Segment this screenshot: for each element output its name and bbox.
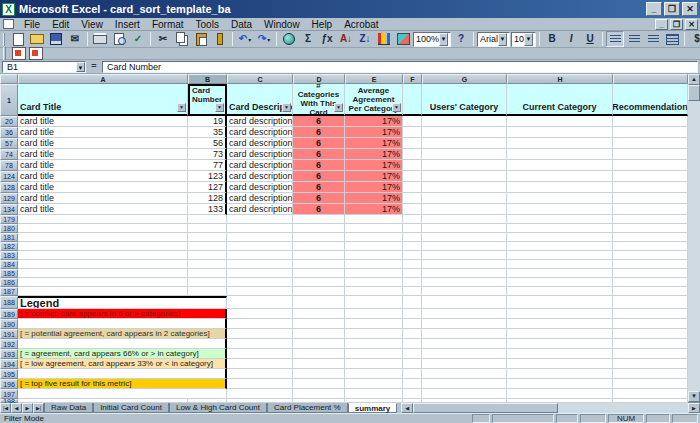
empty-cell[interactable] [613,251,688,260]
row-header-20[interactable]: 20 [0,116,18,127]
empty-cell[interactable] [613,309,688,319]
currency-style-button[interactable]: $ [688,31,700,47]
empty-cell[interactable] [613,319,688,329]
row-header-190[interactable]: 190 [0,319,18,329]
empty-cell[interactable] [293,260,345,269]
empty-cell[interactable] [507,127,613,138]
empty-cell[interactable] [293,242,345,251]
cell-categories[interactable]: 6 [293,171,345,182]
cell-agreement[interactable]: 17% [345,160,403,171]
empty-cell[interactable] [227,224,293,233]
row-header-74[interactable]: 74 [0,149,18,160]
empty-cell[interactable] [507,171,613,182]
cell-card-number[interactable]: 56 [188,138,227,149]
empty-cell[interactable] [507,269,613,278]
empty-cell[interactable] [293,224,345,233]
empty-cell[interactable] [422,224,507,233]
row-header-187[interactable]: 187 [0,287,18,296]
save-icon[interactable] [47,31,65,47]
row-header-180[interactable]: 180 [0,224,18,233]
empty-cell[interactable] [293,287,345,296]
cell-agreement[interactable]: 17% [345,204,403,215]
horizontal-scroll-thumb[interactable] [413,403,558,413]
empty-cell[interactable] [507,359,613,369]
empty-cell[interactable] [613,149,688,160]
row-header-182[interactable]: 182 [0,242,18,251]
cell-card-description[interactable]: card description [227,138,293,149]
cell-card-description[interactable]: card description [227,127,293,138]
empty-cell[interactable] [507,339,613,349]
empty-cell[interactable] [422,182,507,193]
cell-agreement[interactable]: 17% [345,182,403,193]
empty-cell[interactable] [18,260,188,269]
maximize-button[interactable]: ❐ [664,2,680,16]
chevron-down-icon[interactable]: ▼ [439,33,448,46]
empty-cell[interactable] [422,349,507,359]
header-categories[interactable]: # Categories With This Card▼ [293,84,345,116]
empty-cell[interactable] [293,399,345,403]
empty-cell[interactable] [507,389,613,399]
horizontal-scrollbar[interactable]: ◀ ▶ [401,403,700,413]
empty-cell[interactable] [613,233,688,242]
merge-center-button[interactable] [663,31,681,47]
empty-cell[interactable] [507,233,613,242]
row-header-185[interactable]: 185 [0,269,18,278]
print-preview-icon[interactable] [110,31,128,47]
empty-cell[interactable] [403,204,422,215]
empty-cell[interactable] [403,116,422,127]
row-header-78[interactable]: 78 [0,160,18,171]
menu-window[interactable]: Window [258,19,306,30]
row-header-194[interactable]: 194 [0,359,18,369]
empty-cell[interactable] [227,369,293,379]
scroll-up-icon[interactable]: ▲ [688,74,700,85]
empty-cell[interactable] [613,389,688,399]
empty-cell[interactable] [345,296,403,309]
empty-cell[interactable] [18,224,188,233]
empty-cell[interactable] [507,349,613,359]
empty-cell[interactable] [227,349,293,359]
last-sheet-icon[interactable]: ▶| [33,403,44,413]
cell-card-number[interactable]: 77 [188,160,227,171]
sort-ascending-icon[interactable]: A↓ [337,31,355,47]
chart-wizard-icon[interactable] [375,31,393,47]
empty-cell[interactable] [613,359,688,369]
header-card-title[interactable]: Card Title▼ [18,84,188,116]
underline-button[interactable]: U [581,31,599,47]
empty-cell[interactable] [345,287,403,296]
empty-cell[interactable] [403,233,422,242]
empty-cell[interactable] [613,127,688,138]
header-users-category[interactable]: Users' Category [422,84,507,116]
align-center-button[interactable] [625,31,643,47]
toolbar-grip[interactable] [3,33,5,46]
row-header-198[interactable]: 198 [0,399,18,403]
hyperlink-icon[interactable] [280,31,298,47]
empty-cell[interactable] [422,171,507,182]
column-header-F[interactable]: F [403,74,422,84]
empty-cell[interactable] [18,269,188,278]
redo-icon[interactable]: ↷▾ [255,31,273,47]
header-agreement[interactable]: Average Agreement Per Category▼ [345,84,403,116]
empty-cell[interactable] [422,242,507,251]
empty-cell[interactable] [403,359,422,369]
cell-card-title[interactable]: card title [18,182,188,193]
sheet-tab-raw-data[interactable]: Raw Data [44,403,93,413]
column-header-D[interactable]: D [293,74,345,84]
chevron-down-icon[interactable]: ▼ [76,62,85,72]
menu-acrobat[interactable]: Acrobat [338,19,384,30]
empty-cell[interactable] [613,215,688,224]
empty-cell[interactable] [422,116,507,127]
empty-cell[interactable] [18,215,188,224]
sheet-tab-initial-card-count[interactable]: Initial Card Count [93,403,169,413]
align-left-button[interactable] [606,31,624,47]
empty-cell[interactable] [403,349,422,359]
cell-card-title[interactable]: card title [18,160,188,171]
empty-cell[interactable] [613,116,688,127]
empty-cell[interactable] [403,319,422,329]
empty-cell[interactable] [293,278,345,287]
sheet-tab-card-placement-[interactable]: Card Placement % [267,403,348,413]
empty-cell[interactable] [507,116,613,127]
cell-card-title[interactable]: card title [18,149,188,160]
cell-card-description[interactable]: card description [227,182,293,193]
empty-cell[interactable] [507,224,613,233]
column-header-E[interactable]: E [345,74,403,84]
